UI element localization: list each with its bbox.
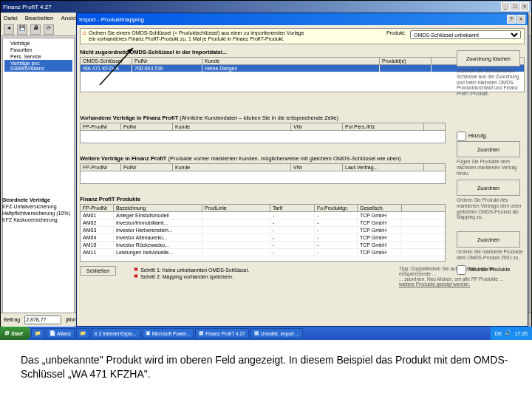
list-item[interactable]: KFZ-Unfallversicherung <box>2 203 73 210</box>
produkt-label: Produkt: <box>386 30 406 36</box>
lower-left-header: Geordnete Verträge <box>2 197 73 203</box>
note4: Ordnen Sie markierte Produkte dem OMDS-P… <box>457 249 523 261</box>
error-icon: ✖ <box>134 273 138 279</box>
menu-datei[interactable]: Datei <box>4 15 18 21</box>
error-icon: ✖ <box>134 267 138 273</box>
maximize-button[interactable]: □ <box>511 2 519 11</box>
taskbar: ⊞Start 📁 📄Allianz 📁 e2 Internet Explo...… <box>0 327 532 340</box>
neutral-checkbox[interactable] <box>457 265 466 275</box>
task-item[interactable]: 📁 <box>31 328 44 338</box>
assign-button-4[interactable]: Zuordnen <box>457 231 520 248</box>
note3: Ordnen Sie Produkt des markierten Vertra… <box>457 197 523 220</box>
beitrag-label: Beitrag <box>4 317 20 322</box>
beitrag-input[interactable] <box>24 316 61 324</box>
col-polnr[interactable]: PolNr <box>132 58 202 64</box>
list-item[interactable]: Haftpflichtversicherung (10%) <box>2 210 73 216</box>
windows-icon: ⊞ <box>4 330 9 336</box>
note1: Löschen Sie die markierten Schlüssel aus… <box>457 68 523 97</box>
produkt-select[interactable]: OMDS-Schlüssel unbekannt <box>410 30 521 39</box>
app-icon: ▦ <box>254 330 259 336</box>
table-row[interactable]: AM04Investor Altenauerko...--TCP GmbH <box>81 234 445 242</box>
tool-nav-icon[interactable]: ◄ <box>4 24 14 35</box>
grid-products[interactable]: FP-ProdNr Bezeichnung ProdLinie Tarif Fo… <box>80 204 446 262</box>
task-item[interactable]: 📁 <box>76 328 89 338</box>
section2-header: Vorhandene Verträge in Finanz ProfiT (Äh… <box>80 115 525 121</box>
table-row[interactable]: AM10Investor Rückzwacko...--TCP GmbH <box>81 242 445 249</box>
table-row[interactable]: AM02Investor/Immobiliamt...--TCP GmbH <box>81 219 445 227</box>
close-button[interactable]: × <box>520 2 529 11</box>
tree-root[interactable]: Verträge <box>4 40 72 47</box>
main-titlebar: Finanz ProfIT 4.27 _ □ × <box>1 1 531 13</box>
tray-icon[interactable]: 🔊 <box>505 330 511 336</box>
task-item[interactable]: 📄Allianz <box>46 328 75 338</box>
hinzufg-checkbox[interactable] <box>457 132 466 141</box>
tool-refresh-icon[interactable]: ⟳ <box>44 24 54 35</box>
assign-button-3[interactable]: Zuordnen <box>457 180 520 196</box>
tool-print-icon[interactable]: 🖶 <box>30 24 41 35</box>
warning-icon: ⚠ <box>82 30 86 42</box>
info-bar: ⚠ Ordnen Sie einem OMDS-Schlüssel (= Pro… <box>80 28 525 44</box>
table-row[interactable]: AM03Investor Herberenstein...--TCP GmbH <box>81 227 445 234</box>
menu-bearbeiten[interactable]: Bearbeiten <box>25 15 54 21</box>
col-omds[interactable]: OMDS-Schlüssel <box>81 58 132 64</box>
minimize-button[interactable]: _ <box>501 2 510 11</box>
note2: Fügen Sie Produkte dem nächsten markiert… <box>457 159 523 176</box>
clock: 17:25 <box>514 331 528 336</box>
ie-icon: e <box>95 331 98 336</box>
grid-existing[interactable]: FP-ProdNr PolNr Kunde VNr Pol Pers./Kfz <box>80 123 446 143</box>
delete-mapping-button[interactable]: Zuordnung löschen <box>457 50 520 66</box>
folder-icon: 📁 <box>35 330 41 336</box>
col-kunde[interactable]: Kunde <box>202 58 380 64</box>
folder-icon: 📁 <box>80 330 86 336</box>
task-item[interactable]: e2 Internet Explo... <box>91 328 140 338</box>
system-tray[interactable]: DE 🔊 17:25 <box>491 327 532 340</box>
info-line1: Ordnen Sie einem OMDS-Schlüssel (= Produ… <box>89 30 304 36</box>
import-dialog: Import - Produktmapping ? × ⚠ Ordnen Sie… <box>76 13 528 327</box>
lang-indicator[interactable]: DE <box>495 331 502 336</box>
grid-further[interactable]: FP-ProdNr PolNr Kunde VNr Lauf-Vertrag..… <box>80 163 446 184</box>
dialog-help-button[interactable]: ? <box>507 15 516 24</box>
main-title: Finanz ProfIT 4.27 <box>3 4 501 10</box>
assign-button-2[interactable]: Zuordnen <box>457 141 520 157</box>
tree-panel[interactable]: Verträge Favoriten Pers. Service Verträg… <box>2 38 75 338</box>
lower-left-panel: Geordnete Verträge KFZ-Unfallversicherun… <box>2 197 73 223</box>
dialog-body: ⚠ Ordnen Sie einem OMDS-Schlüssel (= Pro… <box>77 25 528 290</box>
dialog-titlebar: Import - Produktmapping ? × <box>77 13 528 25</box>
ppt-icon: ▣ <box>146 330 151 336</box>
start-button[interactable]: ⊞Start <box>0 327 30 340</box>
table-row[interactable]: AM11Leistungen Individuelle...--TCP GmbH <box>81 249 445 256</box>
col-produkte[interactable]: Produkt(e) <box>380 58 432 64</box>
tree-item[interactable]: Pers. Service <box>4 53 72 60</box>
slide-caption: Das „unbekannte" Produkt wird im oberen … <box>21 353 516 381</box>
info-line2: ein vorhandenes Finanz ProfIT-Produkt zu… <box>89 36 304 42</box>
dialog-close-button[interactable]: × <box>516 15 525 24</box>
dialog-title: Import - Produktmapping <box>79 16 507 23</box>
close-dialog-button[interactable]: Schließen <box>80 266 116 276</box>
list-item[interactable]: KFZ Kaskoversicherung <box>2 216 73 223</box>
tool-save-icon[interactable]: 💾 <box>17 24 27 35</box>
tree-item[interactable]: Favoriten <box>4 47 72 53</box>
task-item[interactable]: ▣Microsoft Power... <box>142 328 194 338</box>
task-item[interactable]: ▦Finanz ProfIT 4.27 <box>195 328 248 338</box>
task-item[interactable]: ▦Unvollst. Import ... <box>250 328 303 338</box>
app-icon: ▦ <box>199 330 204 336</box>
table-row[interactable]: AM01Anleger Einstufsmodell--TCP GmbH <box>81 212 445 219</box>
tree-item-selected[interactable]: Verträge pro: 638895/Allianz <box>4 60 72 72</box>
app-icon: 📄 <box>50 330 55 336</box>
